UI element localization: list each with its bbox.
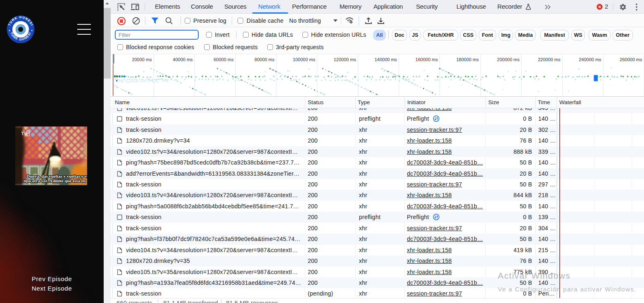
svg-text:220000 ms: 220000 ms	[538, 57, 561, 62]
svg-text:160000 ms: 160000 ms	[416, 57, 438, 62]
svg-text:60000 ms: 60000 ms	[214, 57, 234, 62]
svg-text:240000 ms: 240000 ms	[579, 57, 601, 62]
svg-text:20000 ms: 20000 ms	[132, 57, 152, 62]
svg-text:80000 ms: 80000 ms	[254, 57, 275, 62]
svg-text:40000 ms: 40000 ms	[173, 57, 193, 62]
svg-text:200000 ms: 200000 ms	[497, 57, 520, 62]
svg-text:260000 ms: 260000 ms	[620, 57, 642, 62]
svg-text:180000 ms: 180000 ms	[456, 57, 479, 62]
svg-text:100000 ms: 100000 ms	[293, 57, 316, 62]
svg-text:140000 ms: 140000 ms	[375, 57, 397, 62]
svg-text:120000 ms: 120000 ms	[334, 57, 356, 62]
